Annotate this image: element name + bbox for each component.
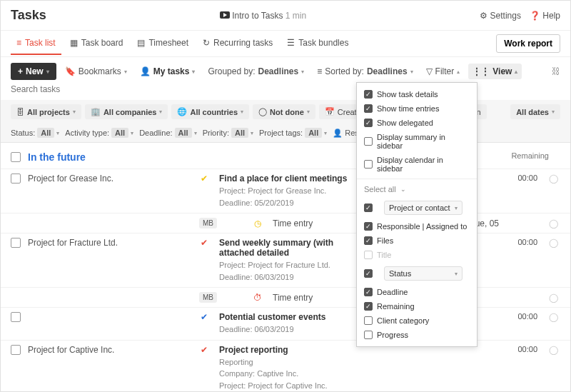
complete-icon[interactable]: ◯ (549, 238, 560, 248)
intro-time: 1 min (286, 11, 306, 21)
clock-icon: ◷ (253, 218, 263, 228)
person-icon: 👤 (333, 129, 343, 138)
tab-recurring[interactable]: ↻Recurring tasks (197, 32, 278, 55)
filter-priority[interactable]: Priority:All▾ (203, 128, 253, 138)
priority-marker-icon: ✔ (199, 174, 209, 184)
chevron-down-icon: ⌄ (400, 186, 406, 193)
dd-deadline[interactable]: ✓Deadline (357, 285, 477, 299)
grouped-by-menu[interactable]: Grouped by: Deadlines▾ (203, 64, 308, 79)
circle-icon: ◯ (258, 107, 267, 116)
filter-all-countries[interactable]: 🌐All countries▾ (171, 104, 249, 119)
tab-timesheet[interactable]: ▤Timesheet (131, 32, 194, 55)
project-name: Project for Fracture Ltd. (28, 238, 192, 248)
view-menu[interactable]: ⋮⋮View▴ (468, 64, 522, 79)
complete-icon[interactable]: ◯ (549, 345, 560, 355)
task-title: Send weekly summary (with attached detai… (219, 238, 363, 258)
tab-task-list[interactable]: ≡Task list (11, 32, 61, 55)
dd-client-category[interactable]: Client category (357, 313, 477, 328)
complete-icon[interactable]: ◯ (549, 218, 560, 228)
task-row[interactable]: ✔Potential customer eventsDeadline: 06/0… (1, 307, 570, 340)
task-remaining: 00:00 (502, 312, 537, 321)
filter-activity-type[interactable]: Activity type:All▾ (65, 128, 133, 138)
filter-not-done[interactable]: ◯Not done▾ (253, 104, 315, 119)
filter-status[interactable]: Status:All▾ (11, 128, 59, 138)
time-entry-label: Time entry (273, 293, 313, 303)
gear-icon: ⚙ (480, 11, 487, 21)
dd-progress[interactable]: Progress (357, 328, 477, 342)
person-icon: 👤 (140, 66, 151, 76)
task-row[interactable]: Project for Fracture Ltd.✔Send weekly su… (1, 233, 570, 287)
user-initials: MB (199, 292, 217, 303)
task-details: Project: Project for Fracture Ltd.Deadli… (219, 259, 363, 283)
task-title: Project reporting (219, 345, 363, 355)
row-checkbox[interactable] (11, 174, 21, 184)
dd-select-all[interactable]: Select all ⌄ (357, 182, 477, 196)
dd-project-contact[interactable]: ✓Project or contact▾ (357, 196, 477, 219)
bookmark-icon: 🔖 (65, 66, 76, 76)
checkbox-icon: ✓ (364, 90, 373, 99)
time-entry-row[interactable]: MB◷Time entryTue, 05◯ (1, 213, 570, 233)
new-button[interactable]: +New▾ (11, 63, 56, 80)
tab-task-board[interactable]: ▦Task board (64, 32, 129, 55)
complete-icon[interactable]: ◯ (549, 293, 560, 303)
intro-link[interactable]: Intro to Tasks (232, 11, 283, 21)
time-entry-row[interactable]: MB⏱Time entry◯ (1, 287, 570, 307)
project-name: Project for Captive Inc. (28, 345, 192, 355)
task-row[interactable]: Project for Captive Inc.✔Project reporti… (1, 340, 570, 393)
filter-deadline2[interactable]: Deadline:All▾ (139, 128, 197, 138)
dd-show-task-details[interactable]: ✓Show task details (357, 87, 477, 101)
dd-display-calendar[interactable]: Display calendar in sidebar (357, 153, 477, 176)
row-checkbox[interactable] (11, 238, 21, 248)
filter-all-companies[interactable]: 🏢All companies▾ (85, 104, 168, 119)
filter-project-tags[interactable]: Project tags:All▾ (259, 128, 327, 138)
tab-bundles[interactable]: ☰Task bundles (281, 32, 354, 55)
priority-marker-icon: ✔ (199, 238, 209, 248)
task-details: ReportingCompany: Captive Inc.Project: P… (219, 356, 363, 393)
list-icon: ≡ (16, 38, 21, 48)
checkbox-icon: ✓ (364, 269, 373, 278)
help-icon: ❓ (530, 11, 540, 21)
row-checkbox[interactable] (11, 345, 21, 355)
task-remaining: 00:00 (502, 238, 537, 246)
task-title: Potential customer events (219, 312, 363, 322)
time-entry-label: Time entry (273, 218, 313, 228)
sorted-by-menu[interactable]: ≡Sorted by: Deadlines▾ (313, 64, 417, 79)
complete-icon[interactable]: ◯ (549, 174, 560, 184)
task-details: Project: Project for Grease Inc.Deadline… (219, 185, 363, 208)
dd-display-summary[interactable]: Display summary in sidebar (357, 130, 477, 153)
task-remaining: 00:00 (502, 174, 537, 182)
complete-icon[interactable]: ◯ (549, 312, 560, 322)
link-icon[interactable]: ⛓ (552, 66, 560, 76)
section-future[interactable]: In the future (28, 151, 86, 163)
calendar-icon: 📅 (325, 107, 335, 116)
view-dropdown: ✓Show task details ✓Show time entries ✓S… (356, 82, 477, 347)
row-checkbox[interactable] (11, 312, 21, 322)
filter-all-projects[interactable]: 🗄All projects▾ (11, 104, 81, 119)
help-link[interactable]: ❓ Help (530, 11, 560, 21)
task-row[interactable]: Project for Grease Inc.✔Find a place for… (1, 169, 570, 213)
work-report-button[interactable]: Work report (496, 34, 560, 53)
dd-responsible[interactable]: ✓Responsible | Assigned to (357, 219, 477, 233)
dd-show-delegated[interactable]: ✓Show delegated (357, 116, 477, 130)
board-icon: ▦ (70, 38, 78, 48)
bookmarks-menu[interactable]: 🔖Bookmarks▾ (61, 64, 131, 79)
search-input[interactable] (11, 84, 82, 94)
filter-menu[interactable]: ▽Filter▴ (422, 64, 465, 79)
checkbox-icon (364, 331, 373, 339)
checkbox-icon (364, 160, 373, 169)
dd-show-time-entries[interactable]: ✓Show time entries (357, 101, 477, 116)
filter-all-dates[interactable]: All dates▾ (510, 104, 560, 119)
sort-icon: ≡ (317, 66, 322, 76)
checkbox-icon: ✓ (364, 302, 373, 311)
dd-files[interactable]: ✓Files (357, 233, 477, 248)
dd-title[interactable]: Title (357, 248, 477, 262)
task-remaining: 00:00 (502, 345, 537, 353)
select-all-checkbox[interactable] (11, 152, 21, 162)
remaining-column-header: Remaining (492, 151, 570, 160)
video-icon[interactable] (220, 11, 230, 19)
dd-status[interactable]: ✓Status▾ (357, 262, 477, 285)
my-tasks-menu[interactable]: 👤My tasks▾ (136, 64, 200, 79)
settings-link[interactable]: ⚙ Settings (480, 11, 521, 21)
checkbox-icon (364, 137, 373, 146)
dd-remaining[interactable]: ✓Remaining (357, 299, 477, 313)
